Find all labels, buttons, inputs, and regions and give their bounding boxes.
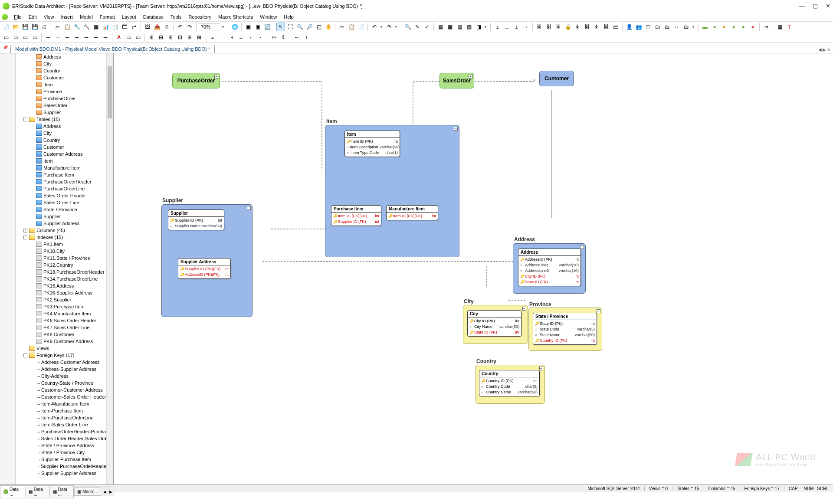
align-right-icon[interactable]: ⫞ xyxy=(227,33,236,42)
undo-icon[interactable]: ↶ xyxy=(176,23,184,31)
column-row[interactable]: ○Country Codechar(5) xyxy=(481,384,538,389)
table-obj-icon[interactable]: ▦ xyxy=(775,23,784,31)
tree-fk[interactable]: →Supplier-Supplier Address xyxy=(16,470,106,477)
tb-icon-a[interactable]: ▦ xyxy=(436,23,445,31)
group-tool-icon[interactable]: ▭ xyxy=(134,33,142,42)
tree-tab-data-3[interactable]: ▦ Data ... xyxy=(50,485,74,498)
arrow-icon[interactable]: ➜ xyxy=(762,23,771,31)
save-all-icon[interactable]: 💾 xyxy=(30,23,39,31)
column-row[interactable]: ○Country Namevarchar(50) xyxy=(481,389,538,395)
tree-fk[interactable]: →Sales Order Header-Sales Ord xyxy=(16,435,106,442)
repo-icon-7[interactable]: 🗄 xyxy=(592,23,601,31)
collapse-icon[interactable]: − xyxy=(580,245,584,249)
tree-fk[interactable]: →Item-PurchaseOrderLine xyxy=(16,414,106,421)
column-row[interactable]: 🔑Supplier ID (PK)(FK)int xyxy=(180,266,229,272)
column-row[interactable]: ○AddressLine2varchar(10) xyxy=(520,268,579,274)
tree-table-purchase-item[interactable]: Purchase Item xyxy=(16,171,106,178)
column-row[interactable]: 🔑Item ID (PK)(FK)int xyxy=(388,213,436,219)
menu-model[interactable]: Model xyxy=(76,13,96,20)
tree-table-country[interactable]: Country xyxy=(16,137,106,144)
tab-model[interactable]: Model with BDO.DM1 - Physical Model View… xyxy=(10,45,215,53)
zoom-dropdown-icon[interactable]: ▼ xyxy=(221,25,226,29)
menu-format[interactable]: Format xyxy=(96,13,118,20)
diagram-canvas[interactable]: + PurchaseOrder + SalesOrder Customer It… xyxy=(114,53,833,484)
rel-tool-3-icon[interactable]: ─ xyxy=(63,33,72,42)
menu-tools[interactable]: Tools xyxy=(167,13,185,20)
rel-tool-2-icon[interactable]: ┄ xyxy=(53,33,62,42)
print-icon[interactable]: 🖨 xyxy=(40,23,49,31)
tree-columns-folder[interactable]: +Columns (45) xyxy=(16,227,106,234)
tree-fk[interactable]: →Item-Purchase Item xyxy=(16,407,106,414)
tree-entity-country[interactable]: Country xyxy=(16,67,106,74)
align-bottom-icon[interactable]: ⫞ xyxy=(256,33,265,42)
tree-index[interactable]: PK11.State / Province xyxy=(16,255,106,262)
save-icon[interactable]: 💾 xyxy=(21,23,30,31)
tree-fk[interactable]: →State / Province-City xyxy=(16,449,106,456)
column-row[interactable]: 🔑City ID (FK)int xyxy=(520,274,579,279)
tree-table-supplier[interactable]: Supplier xyxy=(16,213,106,220)
tree-fk[interactable]: →State / Province-Address xyxy=(16,442,106,449)
misc-icon-1[interactable]: 🗂 xyxy=(653,23,662,31)
cut-icon[interactable]: ✂ xyxy=(53,23,62,31)
pin-icon[interactable]: 📌 xyxy=(3,45,9,51)
tree-index[interactable]: PK9.Customer Address xyxy=(16,338,106,345)
minimize-button[interactable]: — xyxy=(799,3,805,9)
tree-index[interactable]: PK10.City xyxy=(16,248,106,255)
collapse-icon[interactable]: − xyxy=(247,206,251,210)
tree-index[interactable]: PK6.Sales Order Header xyxy=(16,317,106,324)
tree-fk[interactable]: →Supplier-Purchase Item xyxy=(16,456,106,463)
misc-icon-4[interactable]: 🗂 xyxy=(682,23,691,31)
column-row[interactable]: 🔑Country ID (PK)int xyxy=(481,378,538,384)
dist-h-icon[interactable]: ⇔ xyxy=(269,33,278,42)
tree-entity-address[interactable]: Address xyxy=(16,53,106,60)
menu-file[interactable]: File xyxy=(10,13,25,20)
tree-tab-macro[interactable]: ▦ Macro... xyxy=(74,488,101,496)
bdo-salesorder[interactable]: + SalesOrder xyxy=(439,73,474,88)
tree-fk[interactable]: →Customer-Sales Order Header xyxy=(16,393,106,400)
tree-table-purchaseorderline[interactable]: PurchaseOrderLine xyxy=(16,185,106,192)
shape-circle-green2-icon[interactable]: ● xyxy=(729,23,738,31)
column-row[interactable]: 🔑Item ID (PK)int xyxy=(347,139,398,144)
collapse-icon[interactable]: − xyxy=(454,127,458,131)
column-row[interactable]: ○AddressLine1varchar(10) xyxy=(520,262,579,268)
layout-2-icon[interactable]: ⊟ xyxy=(157,33,165,42)
repo-icon-4[interactable]: 🔒 xyxy=(564,23,572,31)
rel-icon-3[interactable]: ⟂ xyxy=(512,23,521,31)
shape-circle-green3-icon[interactable]: ● xyxy=(739,23,748,31)
layout-6-icon[interactable]: ⊞ xyxy=(195,33,203,42)
user-icon-1[interactable]: 👤 xyxy=(625,23,633,31)
column-row[interactable]: 🔑State ID (PK)int xyxy=(535,321,595,327)
tree-entity-supplier[interactable]: Supplier xyxy=(16,109,106,116)
tool-icon[interactable]: 🔧 xyxy=(72,23,81,31)
tree-tab-data-1[interactable]: 🟢 Data ... xyxy=(0,485,25,498)
entity-tool-icon[interactable]: ▭ xyxy=(2,33,10,42)
tree-table-customer[interactable]: Customer xyxy=(16,144,106,151)
spell-icon[interactable]: ✓ xyxy=(423,23,431,31)
menu-layout[interactable]: Layout xyxy=(118,13,140,20)
tree-fk[interactable]: →PurchaseOrderHeader-Purcha xyxy=(16,428,106,435)
repo-icon-6[interactable]: 🗄 xyxy=(583,23,591,31)
align-middle-icon[interactable]: ⫟ xyxy=(246,33,255,42)
security-icon[interactable]: 🛡 xyxy=(644,23,653,31)
column-row[interactable]: 🔑Supplier ID (FK)int xyxy=(333,219,379,225)
rel-tool-1-icon[interactable]: ─ xyxy=(44,33,52,42)
label-tool-icon[interactable]: ▭ xyxy=(124,33,133,42)
rel-tool-6-icon[interactable]: ─ xyxy=(92,33,100,42)
menu-repository[interactable]: Repository xyxy=(185,13,215,20)
tree-index[interactable]: PK16.Supplier Address xyxy=(16,289,106,296)
view-tool-icon[interactable]: ▭ xyxy=(21,33,30,42)
tree-scrollbar[interactable] xyxy=(106,53,113,484)
repo-icon-9[interactable]: 🗃 xyxy=(611,23,620,31)
align-center-icon[interactable]: ⫟ xyxy=(218,33,226,42)
tab-prev-icon[interactable]: ◀ xyxy=(818,47,822,52)
copy-icon[interactable]: 📋 xyxy=(63,23,72,31)
menu-database[interactable]: Database xyxy=(140,13,167,20)
tree-index[interactable]: PK14.PurchaseOrderLine xyxy=(16,275,106,282)
print2-icon[interactable]: 🖨 xyxy=(162,23,171,31)
tree-table-state-province[interactable]: State / Province xyxy=(16,206,106,213)
chart-icon[interactable]: 📊 xyxy=(101,23,110,31)
entity-purchase-item[interactable]: Purchase Item 🔑Item ID (PK)(FK)int🔑Suppl… xyxy=(331,205,381,226)
layout-5-icon[interactable]: ⊞ xyxy=(185,33,194,42)
tree-tab-prev-icon[interactable]: ◀ xyxy=(102,490,108,494)
column-row[interactable]: 🔑AddressID (PK)int xyxy=(520,257,579,262)
